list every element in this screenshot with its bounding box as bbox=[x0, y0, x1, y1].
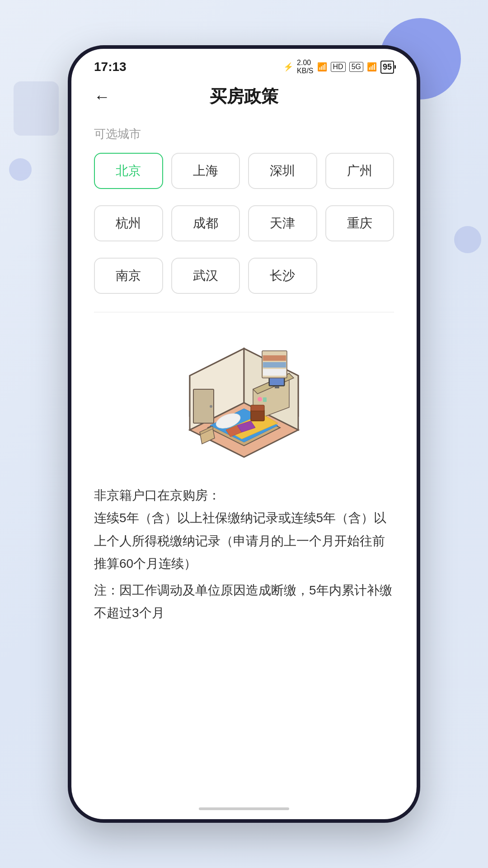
section-divider bbox=[94, 312, 394, 312]
city-button-shanghai[interactable]: 上海 bbox=[171, 153, 240, 189]
city-grid-row1: 北京 上海 深圳 广州 bbox=[94, 153, 394, 189]
house-illustration bbox=[163, 330, 325, 466]
status-icons: ⚡ 2.00KB/S 📶 HD 5G 📶 95 bbox=[283, 59, 394, 75]
svg-rect-10 bbox=[275, 386, 279, 388]
svg-rect-24 bbox=[251, 405, 264, 411]
policy-content: 非京籍户口在京购房： 连续5年（含）以上社保缴纳记录或连续5年（含）以上个人所得… bbox=[94, 484, 394, 624]
svg-rect-23 bbox=[251, 410, 264, 421]
city-button-shenzhen[interactable]: 深圳 bbox=[248, 153, 317, 189]
city-button-hangzhou[interactable]: 杭州 bbox=[94, 205, 163, 241]
city-section-label: 可选城市 bbox=[94, 126, 394, 142]
illustration-container bbox=[94, 330, 394, 466]
city-button-wuhan[interactable]: 武汉 bbox=[171, 258, 240, 294]
bg-decoration-small-circle-1 bbox=[9, 158, 32, 181]
data-speed: 2.00KB/S bbox=[297, 59, 313, 75]
phone-frame: 17:13 ⚡ 2.00KB/S 📶 HD 5G 📶 95 ← 买房政策 可选城… bbox=[68, 45, 420, 823]
policy-line1: 非京籍户口在京购房： bbox=[94, 484, 394, 507]
policy-line2: 连续5年（含）以上社保缴纳记录或连续5年（含）以上个人所得税缴纳记录（申请月的上… bbox=[94, 507, 394, 575]
city-button-changsha[interactable]: 长沙 bbox=[248, 258, 317, 294]
status-time: 17:13 bbox=[94, 60, 127, 74]
svg-rect-13 bbox=[263, 362, 286, 368]
main-content: 可选城市 北京 上海 深圳 广州 杭州 成都 天津 重庆 南京 武汉 长沙 bbox=[71, 117, 417, 633]
signal-icon: 📶 bbox=[367, 62, 377, 72]
wifi-icon: 📶 bbox=[317, 62, 327, 72]
battery-icon: 95 bbox=[380, 61, 394, 74]
city-grid-row2: 杭州 成都 天津 重庆 bbox=[94, 205, 394, 241]
policy-line3: 注：因工作调动及单位原因造成断缴，5年内累计补缴不超过3个月 bbox=[94, 579, 394, 625]
city-button-chengdu[interactable]: 成都 bbox=[171, 205, 240, 241]
svg-point-5 bbox=[210, 405, 212, 408]
svg-rect-26 bbox=[263, 397, 267, 402]
home-indicator bbox=[199, 807, 289, 810]
bg-decoration-rect bbox=[14, 81, 59, 136]
5g-icon: 5G bbox=[349, 62, 363, 72]
page-header: ← 买房政策 bbox=[71, 80, 417, 117]
page-title: 买房政策 bbox=[210, 85, 278, 108]
svg-rect-12 bbox=[263, 355, 286, 361]
status-bar: 17:13 ⚡ 2.00KB/S 📶 HD 5G 📶 95 bbox=[71, 49, 417, 80]
city-button-guangzhou[interactable]: 广州 bbox=[325, 153, 394, 189]
city-grid-row3: 南京 武汉 长沙 bbox=[94, 258, 394, 294]
city-button-chongqing[interactable]: 重庆 bbox=[325, 205, 394, 241]
svg-point-25 bbox=[258, 397, 262, 401]
back-button[interactable]: ← bbox=[94, 87, 110, 106]
hd-icon: HD bbox=[331, 62, 346, 72]
bg-decoration-small-circle-2 bbox=[454, 226, 481, 253]
city-button-tianjin[interactable]: 天津 bbox=[248, 205, 317, 241]
city-button-nanjing[interactable]: 南京 bbox=[94, 258, 163, 294]
svg-rect-14 bbox=[263, 369, 286, 376]
bluetooth-icon: ⚡ bbox=[283, 62, 293, 72]
city-button-beijing[interactable]: 北京 bbox=[94, 153, 163, 189]
